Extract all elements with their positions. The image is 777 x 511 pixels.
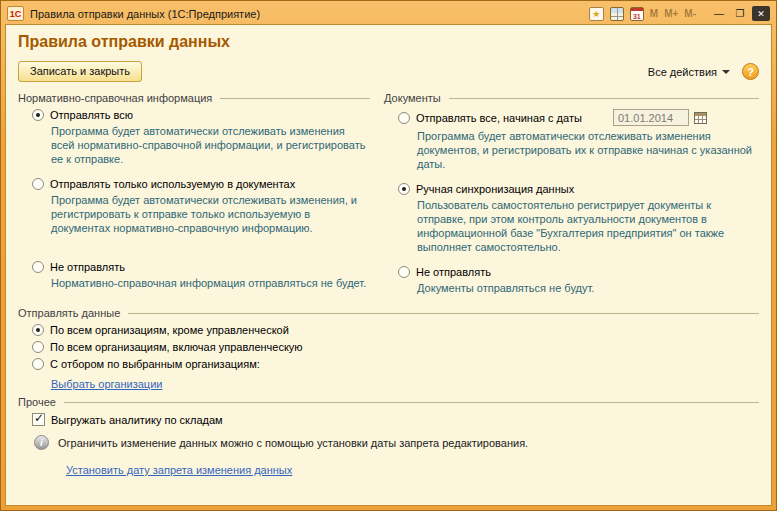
close-button[interactable]: ✕	[752, 6, 770, 21]
maximize-button[interactable]: ❐	[731, 6, 749, 21]
radio-icon	[32, 261, 44, 273]
group-reference-info: Нормативно-справочная информация Отправл…	[18, 88, 370, 303]
radio-docs-manual-sync[interactable]: Ручная синхронизация данных	[398, 183, 759, 195]
radio-all-orgs-including-management[interactable]: По всем организациям, включая управленче…	[32, 341, 759, 353]
minimize-button[interactable]: —	[710, 6, 728, 21]
group-title: Нормативно-справочная информация	[18, 92, 212, 104]
checkbox-icon	[32, 413, 45, 426]
info-icon: i	[34, 435, 49, 450]
start-date-input[interactable]: 01.01.2014	[613, 109, 689, 126]
group-separator-line	[128, 313, 759, 314]
radio-label: Ручная синхронизация данных	[416, 183, 574, 195]
radio-icon	[32, 341, 44, 353]
group-title: Документы	[384, 92, 441, 104]
memory-m-minus-icon[interactable]: М-	[684, 8, 696, 19]
help-button[interactable]: ?	[742, 63, 759, 80]
calendar-grid-icon	[694, 112, 707, 124]
radio-icon	[398, 183, 410, 195]
radio-icon	[32, 109, 44, 121]
radio-label: По всем организациям, включая управленче…	[50, 341, 303, 353]
option-description: Программа будет автоматически отслеживат…	[51, 193, 370, 253]
command-bar: Записать и закрыть Все действия ?	[18, 61, 759, 82]
date-field-group: 01.01.2014	[613, 109, 709, 126]
radio-label: Отправлять все, начиная с даты	[416, 112, 582, 124]
group-body: Выгружать аналитику по складам i Огранич…	[18, 413, 759, 478]
radio-docs-send-from-date[interactable]: Отправлять все, начиная с даты 01.01.201…	[398, 109, 759, 126]
group-body: По всем организациям, кроме управленческ…	[18, 324, 759, 392]
info-text: Ограничить изменение данных можно с помо…	[58, 437, 528, 449]
set-edit-ban-date-link[interactable]: Установить дату запрета изменения данных	[66, 464, 292, 476]
radio-icon	[32, 178, 44, 190]
page-title: Правила отправки данных	[18, 33, 759, 51]
option-description: Пользователь самостоятельно регистрирует…	[417, 198, 757, 258]
group-body: Отправлять все, начиная с даты 01.01.201…	[384, 109, 759, 295]
radio-label: По всем организациям, кроме управленческ…	[50, 324, 289, 336]
checkbox-label: Выгружать аналитику по складам	[51, 414, 223, 426]
radio-icon	[32, 324, 44, 336]
chevron-down-icon	[722, 70, 730, 74]
window-controls: — ❐ ✕	[710, 6, 770, 21]
calendar-day-label: 31	[633, 13, 641, 20]
group-documents: Документы Отправлять все, начиная с даты…	[384, 88, 759, 303]
title-bar[interactable]: 1С Правила отправки данных (1С:Предприят…	[5, 1, 772, 24]
group-header: Прочее	[18, 396, 759, 408]
checkbox-export-warehouse-analytics[interactable]: Выгружать аналитику по складам	[32, 413, 759, 426]
group-header: Отправлять данные	[18, 307, 759, 319]
group-title: Отправлять данные	[18, 307, 120, 319]
window-title: Правила отправки данных (1С:Предприятие)	[30, 8, 260, 20]
radio-nsi-send-all[interactable]: Отправлять всю	[32, 109, 370, 121]
form-body: Правила отправки данных Записать и закры…	[5, 24, 772, 506]
group-separator-line	[64, 402, 759, 403]
radio-selected-orgs[interactable]: С отбором по выбранным организациям:	[32, 358, 759, 370]
save-close-button[interactable]: Записать и закрыть	[18, 61, 142, 82]
app-window: 1С Правила отправки данных (1С:Предприят…	[0, 0, 777, 511]
radio-label: Не отправлять	[416, 266, 491, 278]
option-description: Документы отправляться не будут.	[417, 281, 757, 295]
top-groups: Нормативно-справочная информация Отправл…	[18, 88, 759, 303]
radio-label: Отправлять только используемую в докумен…	[50, 178, 295, 190]
radio-icon	[398, 112, 410, 124]
group-send-data: Отправлять данные По всем организациям, …	[18, 307, 759, 392]
group-separator-line	[449, 98, 759, 99]
group-other: Прочее Выгружать аналитику по складам i …	[18, 396, 759, 478]
group-header: Нормативно-справочная информация	[18, 92, 370, 104]
calendar-icon[interactable]: 31	[630, 7, 644, 21]
radio-label: С отбором по выбранным организациям:	[50, 358, 260, 370]
radio-nsi-do-not-send[interactable]: Не отправлять	[32, 261, 370, 273]
memory-m-plus-icon[interactable]: М+	[664, 8, 678, 19]
date-picker-button[interactable]	[691, 109, 709, 126]
option-description: Нормативно-справочная информация отправл…	[51, 276, 370, 290]
option-description: Программа будет автоматически отслеживат…	[417, 129, 757, 175]
choose-organizations-link[interactable]: Выбрать организации	[51, 378, 162, 390]
all-actions-label: Все действия	[648, 66, 717, 78]
group-header: Документы	[384, 92, 759, 104]
option-description: Программа будет автоматически отслеживат…	[51, 124, 370, 170]
calculator-icon[interactable]	[610, 7, 624, 21]
radio-icon	[32, 358, 44, 370]
group-body: Отправлять всю Программа будет автоматич…	[18, 109, 370, 290]
all-actions-button[interactable]: Все действия	[648, 66, 730, 78]
radio-nsi-send-used-only[interactable]: Отправлять только используемую в докумен…	[32, 178, 370, 190]
info-row: i Ограничить изменение данных можно с по…	[34, 435, 759, 450]
radio-icon	[398, 266, 410, 278]
radio-label: Не отправлять	[50, 261, 125, 273]
radio-all-orgs-except-management[interactable]: По всем организациям, кроме управленческ…	[32, 324, 759, 336]
group-separator-line	[220, 98, 370, 99]
favorites-icon[interactable]: ★	[589, 7, 604, 21]
group-title: Прочее	[18, 396, 56, 408]
radio-label: Отправлять всю	[50, 109, 133, 121]
app-logo-1c[interactable]: 1С	[7, 6, 24, 21]
radio-docs-do-not-send[interactable]: Не отправлять	[398, 266, 759, 278]
memory-m-icon[interactable]: М	[650, 8, 658, 19]
